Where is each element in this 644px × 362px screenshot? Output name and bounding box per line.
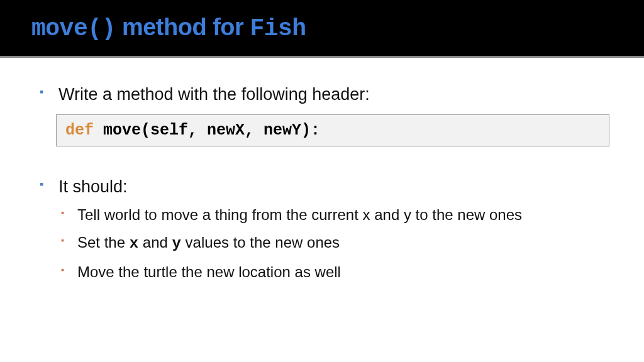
- bullet-list: Write a method with the following header…: [35, 83, 609, 106]
- sub-bullet-2-pre: Set the: [77, 234, 130, 251]
- bullet-1: Write a method with the following header…: [35, 83, 609, 106]
- title-code-1: move(): [31, 15, 116, 42]
- sub-bullet-1: Tell world to move a thing from the curr…: [58, 205, 609, 225]
- bullet-2-text: It should:: [58, 177, 128, 196]
- bullet-list-2: It should: Tell world to move a thing fr…: [35, 175, 609, 282]
- content-area: Write a method with the following header…: [0, 58, 644, 362]
- sub-bullet-2: Set the x and y values to the new ones: [58, 233, 609, 254]
- sub-bullet-list: Tell world to move a thing from the curr…: [58, 205, 609, 282]
- sub-bullet-2-y: y: [172, 235, 181, 252]
- slide: move() method for Fish Write a method wi…: [0, 0, 644, 362]
- code-body: move(self, newX, newY):: [94, 121, 320, 140]
- sub-bullet-3: Move the turtle the new location as well: [58, 262, 609, 282]
- sub-bullet-1-text: Tell world to move a thing from the curr…: [77, 206, 522, 223]
- code-block: def move(self, newX, newY):: [56, 114, 609, 146]
- sub-bullet-2-and: and: [143, 234, 172, 251]
- slide-title: move() method for Fish: [31, 14, 613, 42]
- sub-bullet-3-text: Move the turtle the new location as well: [77, 263, 341, 280]
- sub-bullet-2-x: x: [130, 235, 138, 252]
- bullet-2: It should: Tell world to move a thing fr…: [35, 175, 609, 282]
- code-keyword: def: [65, 121, 94, 140]
- sub-bullet-2-post: values to the new ones: [186, 234, 340, 251]
- title-text: method for: [122, 14, 250, 40]
- title-code-2: Fish: [250, 15, 306, 42]
- bullet-1-text: Write a method with the following header…: [58, 85, 370, 104]
- title-bar: move() method for Fish: [0, 0, 644, 58]
